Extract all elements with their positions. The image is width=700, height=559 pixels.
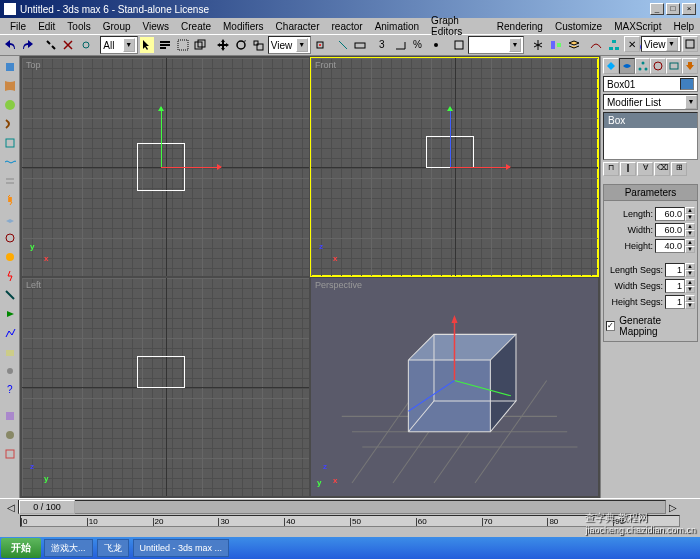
- stack-item-box[interactable]: Box: [604, 113, 697, 128]
- task-item[interactable]: 飞龙: [97, 539, 129, 557]
- spinner-snap-button[interactable]: [428, 36, 445, 54]
- lseg-field[interactable]: [665, 263, 685, 277]
- modify-tab[interactable]: [619, 58, 635, 74]
- time-ruler[interactable]: [20, 515, 680, 527]
- snap-3d-button[interactable]: 3: [375, 36, 392, 54]
- width-field[interactable]: [655, 223, 685, 237]
- plane-icon[interactable]: [1, 210, 19, 228]
- track-next-button[interactable]: ▷: [666, 500, 680, 514]
- snap-percent-button[interactable]: %: [410, 36, 427, 54]
- manipulate-button[interactable]: [334, 36, 351, 54]
- cloth-icon[interactable]: [1, 77, 19, 95]
- rope-icon[interactable]: [1, 115, 19, 133]
- length-spinner[interactable]: ▲▼: [685, 207, 695, 221]
- extra-icon-2[interactable]: [1, 426, 19, 444]
- hseg-field[interactable]: [665, 295, 685, 309]
- length-field[interactable]: [655, 207, 685, 221]
- window-crossing-button[interactable]: [192, 36, 209, 54]
- maximize-button[interactable]: □: [666, 3, 680, 15]
- persp-mode-icon[interactable]: [682, 36, 698, 52]
- scale-button[interactable]: [250, 36, 267, 54]
- close-button[interactable]: ×: [682, 3, 696, 15]
- width-spinner[interactable]: ▲▼: [685, 223, 695, 237]
- remove-mod-button[interactable]: ⌫: [654, 162, 670, 176]
- select-name-button[interactable]: [156, 36, 173, 54]
- modifier-stack[interactable]: Box: [603, 112, 698, 160]
- soft-icon[interactable]: [1, 96, 19, 114]
- move-button[interactable]: [215, 36, 232, 54]
- motor-icon[interactable]: [1, 229, 19, 247]
- curve-editor-button[interactable]: [588, 36, 605, 54]
- wseg-spinner[interactable]: ▲▼: [685, 279, 695, 293]
- time-slider-thumb[interactable]: 0 / 100: [19, 500, 75, 514]
- extra-icon-1[interactable]: [1, 407, 19, 425]
- rigid-icon[interactable]: [1, 58, 19, 76]
- export-icon[interactable]: [1, 343, 19, 361]
- snap-angle-button[interactable]: [392, 36, 409, 54]
- keyboard-button[interactable]: [352, 36, 369, 54]
- menu-tools[interactable]: Tools: [61, 20, 96, 33]
- util-icon[interactable]: [1, 362, 19, 380]
- wind-icon[interactable]: [1, 172, 19, 190]
- menu-grapheditors[interactable]: Graph Editors: [425, 14, 491, 38]
- schematic-button[interactable]: [605, 36, 622, 54]
- rollout-header[interactable]: Parameters: [604, 185, 697, 201]
- help-icon[interactable]: ?: [1, 381, 19, 399]
- bind-button[interactable]: [78, 36, 95, 54]
- rotate-button[interactable]: [232, 36, 249, 54]
- lseg-spinner[interactable]: ▲▼: [685, 263, 695, 277]
- link-button[interactable]: [42, 36, 59, 54]
- hseg-spinner[interactable]: ▲▼: [685, 295, 695, 309]
- fracture-icon[interactable]: [1, 267, 19, 285]
- wseg-field[interactable]: [665, 279, 685, 293]
- start-button[interactable]: 开始: [1, 538, 41, 558]
- hierarchy-tab[interactable]: [635, 58, 651, 74]
- menu-reactor[interactable]: reactor: [326, 20, 369, 33]
- menu-create[interactable]: Create: [175, 20, 217, 33]
- spring-icon[interactable]: [1, 191, 19, 209]
- menu-views[interactable]: Views: [137, 20, 176, 33]
- menu-character[interactable]: Character: [270, 20, 326, 33]
- cable-icon[interactable]: [1, 286, 19, 304]
- create-tab[interactable]: [603, 58, 619, 74]
- menu-rendering[interactable]: Rendering: [491, 20, 549, 33]
- pivot-center-button[interactable]: [312, 36, 329, 54]
- pin-stack-button[interactable]: ⊓: [603, 162, 619, 176]
- extra-icon-3[interactable]: [1, 445, 19, 463]
- viewport-perspective[interactable]: Perspective: [311, 278, 598, 496]
- layers-button[interactable]: [565, 36, 582, 54]
- utilities-tab[interactable]: [682, 58, 698, 74]
- defmesh-icon[interactable]: [1, 134, 19, 152]
- ref-coord-combo[interactable]: View▼: [268, 36, 311, 54]
- redo-button[interactable]: [20, 36, 37, 54]
- display-tab[interactable]: [666, 58, 682, 74]
- genmap-checkbox[interactable]: ✓: [606, 321, 615, 331]
- water-icon[interactable]: [1, 153, 19, 171]
- track-prev-button[interactable]: ◁: [4, 500, 18, 514]
- object-name-field[interactable]: Box01: [603, 76, 698, 92]
- task-item[interactable]: 游戏大...: [44, 539, 93, 557]
- undo-button[interactable]: [2, 36, 19, 54]
- menu-customize[interactable]: Customize: [549, 20, 608, 33]
- menu-maxscript[interactable]: MAXScript: [608, 20, 667, 33]
- named-selset-combo[interactable]: ▼: [468, 36, 524, 54]
- object-color-swatch[interactable]: [680, 78, 694, 90]
- menu-animation[interactable]: Animation: [369, 20, 425, 33]
- menu-group[interactable]: Group: [97, 20, 137, 33]
- align-button[interactable]: [547, 36, 564, 54]
- height-spinner[interactable]: ▲▼: [685, 239, 695, 253]
- select-button[interactable]: [139, 36, 156, 54]
- minimize-button[interactable]: _: [650, 3, 664, 15]
- configure-button[interactable]: ⊞: [671, 162, 687, 176]
- selection-filter-combo[interactable]: All▼: [100, 36, 137, 54]
- menu-edit[interactable]: Edit: [32, 20, 61, 33]
- select-rect-button[interactable]: [174, 36, 191, 54]
- time-slider[interactable]: 0 / 100: [18, 500, 666, 514]
- view-combo-2[interactable]: View▼: [641, 36, 681, 52]
- menu-help[interactable]: Help: [667, 20, 700, 33]
- xview-icon[interactable]: ✕: [624, 36, 640, 52]
- unlink-button[interactable]: [60, 36, 77, 54]
- menu-file[interactable]: File: [4, 20, 32, 33]
- task-item[interactable]: Untitled - 3ds max ...: [133, 539, 230, 557]
- viewport-front[interactable]: Front xz: [311, 58, 598, 276]
